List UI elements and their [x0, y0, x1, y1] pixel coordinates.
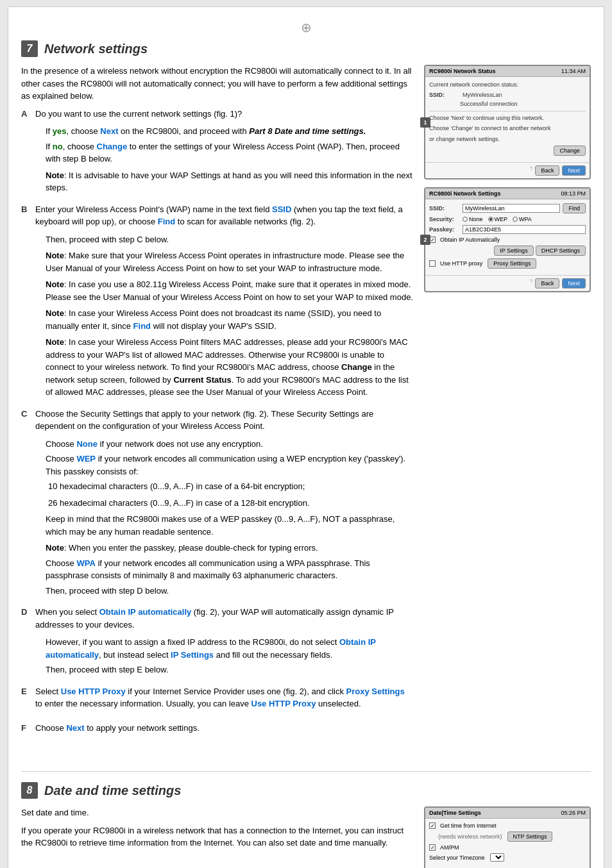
fig1-info1: Choose 'Next' to continue using this net… — [429, 114, 586, 122]
section-8-number: 8 — [21, 782, 38, 799]
section-8-title: Date and time settings — [44, 783, 181, 798]
fig1-status: Successful connection — [460, 101, 518, 107]
section-7-screenshots: RC9800i Network Status 11:34 AM Current … — [424, 65, 591, 746]
ip-settings-highlight: IP Settings — [171, 650, 214, 660]
fig-datetime-needs-wireless: (needs wireless network) — [438, 833, 502, 840]
fig2-proxy-checkbox[interactable] — [429, 260, 436, 267]
fig2-back-btn[interactable]: Back — [535, 278, 559, 288]
step-c-label: C — [21, 408, 30, 600]
fig2-ssid-label: SSID: — [429, 205, 460, 212]
fig2-proxy-row: Use HTTP proxy Proxy Settings — [429, 258, 586, 269]
fig-datetime-internet-checkbox[interactable] — [429, 822, 436, 829]
fig-datetime-timezone-select[interactable] — [490, 853, 504, 862]
section-7-number: 7 — [21, 40, 38, 57]
fig1-info2: Choose 'Change' to connect to another ne… — [429, 124, 586, 133]
fig2-obtain-row: Obtain IP Automatically — [429, 237, 586, 243]
section-7-title: Network settings — [44, 42, 148, 56]
step-d-fixed: However, if you want to assign a fixed I… — [46, 636, 414, 661]
fig2-security-wpa[interactable]: WPA — [513, 216, 532, 222]
fig-datetime-ampm-checkbox[interactable] — [429, 844, 436, 851]
use-http-highlight2: Use HTTP Proxy — [251, 699, 316, 708]
fig2-wep-radio[interactable] — [488, 217, 493, 222]
fig2-security-wep[interactable]: WEP — [488, 216, 508, 222]
section-8-header: 8 Date and time settings — [21, 782, 591, 799]
fig2-wep-label: WEP — [495, 216, 508, 222]
step-f-text: Choose Next to apply your network settin… — [35, 722, 414, 735]
step-a-content: Do you want to use the current network s… — [35, 108, 414, 197]
fig-datetime-title: Date|Time Settings — [429, 810, 481, 816]
step-e: E Select Use HTTP Proxy if your Internet… — [21, 685, 414, 715]
section-7-body: In the presence of a wireless network wi… — [21, 65, 591, 746]
fig2-security-label: Security: — [429, 216, 460, 222]
fig2-passkey-input[interactable]: A1B2C3D4E5 — [463, 225, 586, 234]
fig2-container: RC9800i Network Settings 08:13 PM SSID: … — [424, 187, 591, 292]
step-b-note1: Note: Make sure that your Wireless Acces… — [46, 249, 414, 274]
fig2-security-none[interactable]: None — [463, 216, 483, 222]
step-c-proceed: Then, proceed with step D below. — [46, 585, 414, 597]
next-highlight-a: Next — [100, 126, 118, 136]
fig-datetime-ntp-btn[interactable]: NTP Settings — [507, 831, 553, 842]
step-d-content: When you select Obtain IP automatically … — [35, 606, 414, 679]
fig2-wpa-radio[interactable] — [513, 217, 518, 222]
find-highlight2: Find — [133, 321, 151, 331]
fig2-body: SSID: MyWirelessLan Find Security: None — [425, 199, 590, 275]
fig1-titlebar: RC9800i Network Status 11:34 AM — [425, 66, 590, 77]
fig2-footer: ? Back Next — [425, 275, 590, 291]
fig1-next-btn[interactable]: Next — [562, 165, 586, 176]
fig1-back-btn[interactable]: Back — [535, 165, 559, 176]
step-d-proceed: Then, proceed with step E below. — [46, 664, 414, 676]
section-8-screenshots: Date|Time Settings 05:26 PM Get time fro… — [424, 806, 591, 868]
fig2-title: RC9800i Network Settings — [429, 190, 501, 197]
find-highlight: Find — [158, 217, 175, 226]
fig2-ip-settings-btn[interactable]: IP Settings — [494, 246, 533, 256]
fig2-proxy-label: Use HTTP proxy — [440, 260, 482, 267]
wpa-highlight: WPA — [76, 558, 95, 568]
change-highlight: Change — [97, 142, 128, 151]
fig2-next-btn[interactable]: Next — [562, 278, 586, 288]
step-f: F Choose Next to apply your network sett… — [21, 722, 414, 740]
step-c-content: Choose the Security Settings that apply … — [35, 408, 414, 600]
fig-datetime-titlebar: Date|Time Settings 05:26 PM — [425, 808, 590, 819]
step-e-label: E — [21, 685, 30, 715]
fig1-title: RC9800i Network Status — [429, 68, 496, 74]
use-http-highlight: Use HTTP Proxy — [61, 687, 126, 696]
fig-datetime-body: Get time from Internet (needs wireless n… — [425, 819, 590, 868]
part8-ref: Part 8 Date and time settings. — [249, 126, 366, 136]
fig1-time: 11:34 AM — [561, 68, 586, 74]
step-d-label: D — [21, 606, 30, 679]
fig1-ssid-value: MyWirelessLan — [463, 92, 502, 98]
fig2-ssid-row: SSID: MyWirelessLan Find — [429, 203, 586, 213]
fig1-ssid-label: SSID: — [429, 92, 460, 98]
fig-datetime-time: 05:26 PM — [561, 810, 586, 816]
step-a-note: Note: It is advisable to have your WAP S… — [46, 169, 414, 194]
section-8-body: If you operate your RC9800i in a wireles… — [21, 824, 414, 849]
step-c-wep-128: 26 hexadecimal characters (0...9, A...F)… — [48, 497, 414, 510]
fig2-time: 08:13 PM — [561, 190, 586, 197]
section-7-header: 7 Network settings — [21, 40, 591, 57]
fig2-passkey-label: Passkey: — [429, 226, 460, 233]
fig1-change-btn[interactable]: Change — [554, 146, 586, 156]
fig-datetime-internet-label: Get time from Internet — [440, 822, 497, 829]
fig1-screenshot: RC9800i Network Status 11:34 AM Current … — [424, 65, 591, 179]
fig2-proxy-settings-btn[interactable]: Proxy Settings — [488, 258, 536, 269]
fig-datetime-needs-wireless-row: (needs wireless network) NTP Settings — [429, 831, 586, 842]
step-b: B Enter your Wireless Access Point's (WA… — [21, 203, 414, 401]
step-c-wpa: Choose WPA if your network encodes all c… — [46, 557, 414, 582]
step-f-label: F — [21, 722, 30, 740]
step-e-text: Select Use HTTP Proxy if your Internet S… — [35, 685, 414, 710]
section-7: 7 Network settings In the presence of a … — [21, 40, 591, 746]
step-a-sub2: If no, choose Change to enter the settin… — [46, 140, 414, 165]
step-c-text: Choose the Security Settings that apply … — [35, 408, 414, 433]
wep-highlight: WEP — [76, 454, 96, 463]
fig2-passkey-row: Passkey: A1B2C3D4E5 — [429, 225, 586, 234]
fig2-help-icon: ? — [529, 278, 532, 288]
step-b-sub1: Then, proceed with step C below. — [46, 233, 414, 246]
fig2-ssid-input[interactable]: MyWirelessLan — [463, 204, 560, 213]
fig2-dhcp-btn[interactable]: DHCP Settings — [536, 246, 586, 256]
step-c-note-typing: Note: When you enter the passkey, please… — [46, 542, 414, 555]
fig-datetime-screenshot: Date|Time Settings 05:26 PM Get time fro… — [424, 806, 591, 868]
fig2-find-btn[interactable]: Find — [563, 203, 586, 213]
obtain-ip-highlight: Obtain IP automatically — [99, 607, 192, 617]
fig2-none-radio[interactable] — [463, 217, 468, 222]
fig1-container: RC9800i Network Status 11:34 AM Current … — [424, 65, 591, 179]
